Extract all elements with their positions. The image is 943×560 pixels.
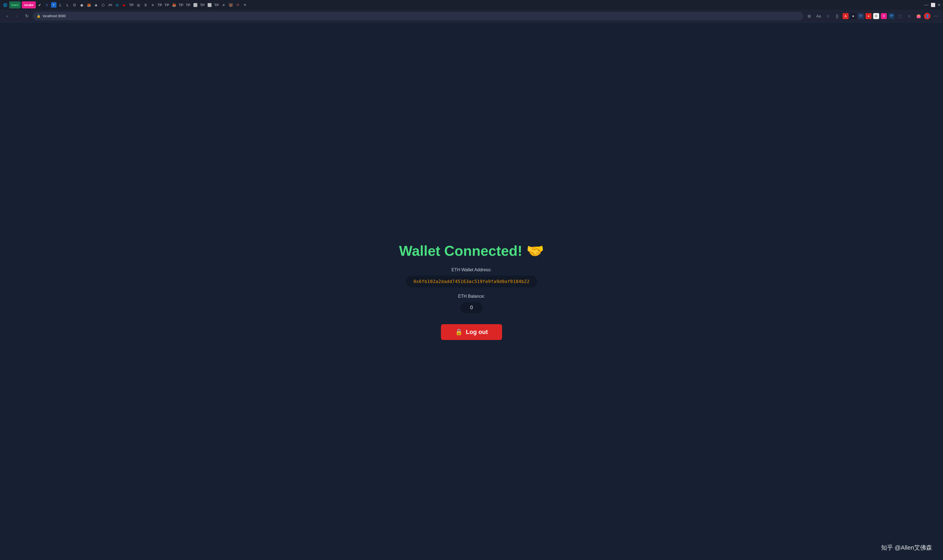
tab-icon-4[interactable]: L <box>57 2 63 8</box>
tab-icon-5[interactable]: L <box>65 2 71 8</box>
tab-icon-27[interactable]: ≡ <box>221 2 227 8</box>
tab-icon-2[interactable]: V <box>44 2 50 8</box>
ext-icon-6[interactable]: S <box>881 13 887 19</box>
tab-icon-14[interactable]: TP <box>128 2 134 8</box>
tab-icon-15[interactable]: ◎ <box>136 2 142 8</box>
menu-button[interactable]: ⋯ <box>932 12 940 20</box>
tab-icon-6[interactable]: D <box>72 2 78 8</box>
tab-grid-button[interactable]: ⊞ <box>806 12 813 20</box>
profile-button[interactable]: 👤 <box>924 13 931 19</box>
toolbar-actions: ⊞ Aa ☆ {} A ◈ 🛡 ● R S TP ⬚ ☆ 👛 👤 ⋯ <box>806 12 940 20</box>
tab-icon-11[interactable]: 🎮 <box>107 2 113 8</box>
main-content: Wallet Connected! 🤝 ETH Wallet Address: … <box>0 22 943 560</box>
ext-icon-4[interactable]: ● <box>866 13 872 19</box>
wallet-toolbar-button[interactable]: 👛 <box>915 12 922 20</box>
sidebar-button[interactable]: ⬚ <box>896 12 904 20</box>
minimize-button[interactable]: — <box>924 3 929 8</box>
ext-icon-5[interactable]: R <box>873 13 879 19</box>
code-button[interactable]: {} <box>833 12 841 20</box>
refresh-button[interactable]: ↻ <box>23 12 31 20</box>
logout-label: Log out <box>466 329 488 335</box>
tab-icon-25[interactable]: ⬜ <box>207 2 213 8</box>
close-button[interactable]: ✕ <box>938 3 941 7</box>
forward-button[interactable]: › <box>13 12 21 20</box>
tab-icon-26[interactable]: TP <box>214 2 220 8</box>
tab-icon-3[interactable]: f <box>51 2 57 8</box>
lock-emoji: 🔒 <box>455 329 463 335</box>
ext-icon-1[interactable]: A <box>843 13 849 19</box>
tab-learn[interactable]: learn <box>9 2 21 8</box>
tab-favicon-home[interactable]: 🌐 <box>2 2 8 8</box>
bookmark-button[interactable]: ☆ <box>824 12 832 20</box>
lock-icon: 🔒 <box>37 14 41 18</box>
ext-icon-2[interactable]: ◈ <box>850 13 856 19</box>
window-controls: — ⬜ ✕ <box>924 3 941 8</box>
tab-icon-7[interactable]: ◉ <box>79 2 85 8</box>
tab-bar: 🌐 learn mcake ✔ V f L L D ◉ 🦊 ◈ ⬡ 🎮 ⊞ ▶ … <box>0 0 943 10</box>
tab-icon-22[interactable]: TP <box>185 2 191 8</box>
tab-icon-8[interactable]: 🦊 <box>86 2 92 8</box>
tab-icon-10[interactable]: ⬡ <box>100 2 106 8</box>
address-bar[interactable]: 🔒 localhost:3000 <box>33 12 803 20</box>
tab-icon-21[interactable]: TP <box>178 2 184 8</box>
tab-icon-12[interactable]: ⊞ <box>114 2 120 8</box>
wallet-title: Wallet Connected! 🤝 <box>399 243 544 259</box>
favorites-button[interactable]: ☆ <box>905 12 913 20</box>
url-text: localhost:3000 <box>43 14 66 18</box>
eth-address-label: ETH Wallet Address: <box>451 268 491 272</box>
ext-icon-tp[interactable]: TP <box>888 13 894 19</box>
watermark: 知乎 @Allen艾佛森 <box>881 544 932 552</box>
eth-balance-display: 0 <box>460 302 483 313</box>
toolbar: ‹ › ↻ 🔒 localhost:3000 ⊞ Aa ☆ {} A ◈ 🛡 ●… <box>0 10 943 22</box>
logout-button[interactable]: 🔒 Log out <box>441 324 502 340</box>
ext-icon-3[interactable]: 🛡 <box>858 13 864 19</box>
eth-balance-label: ETH Balance: <box>458 294 485 299</box>
tab-icon-13[interactable]: ▶ <box>122 2 127 8</box>
browser-chrome: 🌐 learn mcake ✔ V f L L D ◉ 🦊 ◈ ⬡ 🎮 ⊞ ▶ … <box>0 0 943 22</box>
tab-icon-28[interactable]: 🐻 <box>228 2 234 8</box>
tab-icon-16[interactable]: S <box>143 2 149 8</box>
reader-mode-button[interactable]: Aa <box>815 12 823 20</box>
tab-icon-18[interactable]: TP <box>157 2 163 8</box>
tab-icon-20[interactable]: 🦊 <box>171 2 177 8</box>
tab-icon-1[interactable]: ✔ <box>37 2 43 8</box>
tab-icon-close[interactable]: ✕ <box>235 2 241 8</box>
tab-new[interactable]: + <box>242 2 248 8</box>
maximize-button[interactable]: ⬜ <box>931 3 935 7</box>
tab-icon-23[interactable]: ⬜ <box>192 2 198 8</box>
back-button[interactable]: ‹ <box>3 12 11 20</box>
tab-icon-9[interactable]: ◈ <box>93 2 99 8</box>
eth-address-display: 0x6fb102a2dadd745163ac519fe9fa9d0af0184b… <box>406 275 537 288</box>
handshake-emoji: 🤝 <box>526 243 544 259</box>
tab-icon-17[interactable]: ≡ <box>150 2 156 8</box>
tab-icon-19[interactable]: TP <box>164 2 170 8</box>
tab-icon-24[interactable]: TP <box>199 2 205 8</box>
tab-mcake[interactable]: mcake <box>22 2 35 8</box>
